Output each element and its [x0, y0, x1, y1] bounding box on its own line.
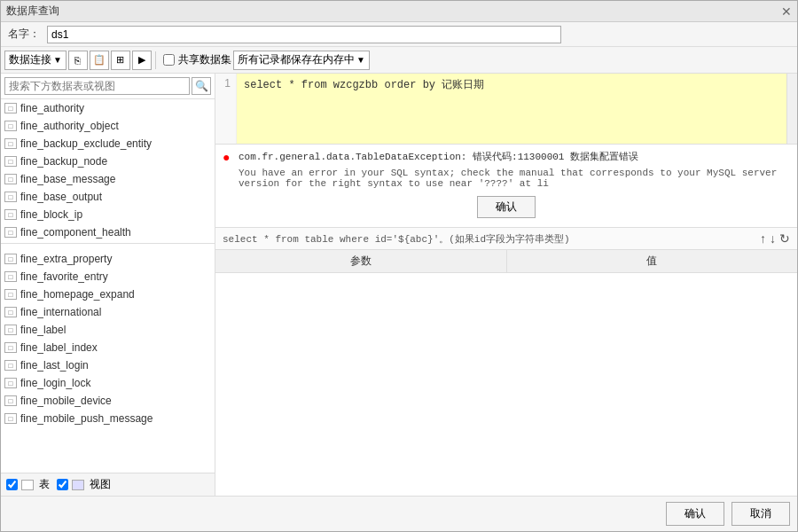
datasource-label: 数据连接 — [9, 52, 51, 67]
cancel-button[interactable]: 取消 — [732, 502, 790, 526]
table-icon: □ — [4, 378, 17, 388]
name-input[interactable] — [47, 26, 561, 43]
list-item[interactable]: □ fine_backup_node — [1, 153, 215, 170]
table-icon: □ — [4, 395, 17, 406]
item-label: fine_mobile_device — [20, 395, 112, 407]
list-item[interactable]: □ fine_base_message — [1, 170, 215, 188]
vertical-scrollbar[interactable] — [786, 74, 797, 144]
table-icon: □ — [4, 254, 17, 264]
list-item[interactable]: □ fine_block_ip — [1, 206, 215, 223]
run-button[interactable]: ▶ — [132, 51, 152, 70]
search-input[interactable] — [4, 77, 190, 95]
confirm-btn-area: 确认 — [223, 192, 790, 222]
table-icon: □ — [4, 138, 17, 149]
line-number: 1 — [221, 77, 231, 90]
sql-editor: 1 select * from wzcgzbb order by 记账日期 — [215, 74, 797, 145]
share-checkbox[interactable] — [163, 54, 175, 66]
item-label: fine_backup_exclude_entity — [20, 137, 152, 150]
table-icon: □ — [4, 413, 17, 424]
error-detail-text: You have an error in your SQL syntax; ch… — [239, 168, 790, 189]
list-item[interactable]: □ fine_base_output — [1, 188, 215, 206]
list-separator — [1, 243, 215, 248]
up-button[interactable]: ↑ — [760, 231, 766, 246]
item-label: fine_base_message — [20, 173, 115, 185]
table-icon: □ — [4, 156, 17, 167]
item-label: fine_favorite_entry — [20, 270, 108, 283]
item-label: fine_block_ip — [20, 208, 82, 221]
down-button[interactable]: ↓ — [770, 231, 776, 246]
error-icon2: ● — [223, 168, 235, 182]
list-item[interactable]: □ fine_mobile_push_message — [1, 410, 215, 427]
name-bar: 名字： — [1, 22, 797, 47]
split-area: 🔍 □ fine_authority □ fine_authority_obje… — [1, 74, 797, 496]
table-icon: □ — [4, 325, 17, 335]
list-item[interactable]: □ fine_homepage_expand — [1, 286, 215, 303]
error-panel: ● com.fr.general.data.TableDataException… — [215, 145, 797, 228]
main-content: 数据连接 ▼ ⎘ 📋 ⊞ ▶ 共享数据集 所有记录都保存在内存中 ▼ — [1, 47, 797, 496]
view-type-icon — [72, 480, 84, 490]
list-item[interactable]: □ fine_international — [1, 303, 215, 321]
list-item[interactable]: □ fine_extra_property — [1, 250, 215, 268]
toolbar: 数据连接 ▼ ⎘ 📋 ⊞ ▶ 共享数据集 所有记录都保存在内存中 ▼ — [1, 47, 797, 74]
search-button[interactable]: 🔍 — [192, 77, 211, 95]
list-item[interactable]: □ fine_label_index — [1, 339, 215, 356]
list-item[interactable]: □ fine_mobile_device — [1, 392, 215, 410]
confirm-button[interactable]: 确认 — [666, 502, 724, 526]
table-checkbox[interactable] — [6, 479, 18, 490]
sql-content[interactable]: select * from wzcgzbb order by 记账日期 — [237, 74, 786, 144]
table-label: 表 — [39, 477, 50, 492]
item-label: fine_homepage_expand — [20, 288, 135, 301]
item-label: fine_authority — [20, 102, 84, 114]
chevron-down-icon: ▼ — [53, 55, 62, 65]
error-confirm-button[interactable]: 确认 — [477, 196, 536, 218]
share-label: 共享数据集 — [178, 52, 231, 67]
table-icon: □ — [4, 174, 17, 184]
chevron-down-icon2: ▼ — [356, 55, 365, 65]
error-icon: ● — [223, 150, 235, 164]
item-label: fine_extra_property — [20, 253, 112, 265]
footer: 确认 取消 — [1, 496, 797, 531]
records-dropdown[interactable]: 所有记录都保存在内存中 ▼ — [233, 51, 370, 70]
sidebar: 🔍 □ fine_authority □ fine_authority_obje… — [1, 74, 215, 496]
list-item[interactable]: □ fine_authority_object — [1, 117, 215, 135]
main-window: 数据库查询 ✕ 名字： 数据连接 ▼ ⎘ 📋 ⊞ ▶ 共享数据集 所有记录都保存… — [0, 0, 798, 532]
window-title: 数据库查询 — [6, 4, 59, 19]
list-item[interactable]: □ fine_label — [1, 321, 215, 339]
right-panel: 1 select * from wzcgzbb order by 记账日期 ● … — [215, 74, 797, 496]
format-button[interactable]: ⊞ — [111, 51, 130, 70]
sidebar-bottom: 表 视图 — [1, 473, 215, 496]
table-icon: □ — [4, 103, 17, 113]
list-item[interactable]: □ fine_backup_exclude_entity — [1, 135, 215, 153]
table-icon: □ — [4, 307, 17, 317]
copy-button[interactable]: ⎘ — [68, 51, 88, 70]
close-button[interactable]: ✕ — [781, 4, 792, 19]
param-table: 参数 值 — [215, 250, 797, 496]
list-item[interactable]: □ fine_login_lock — [1, 374, 215, 392]
refresh-button[interactable]: ↻ — [779, 231, 790, 246]
item-label: fine_authority_object — [20, 120, 119, 132]
value-col-header: 值 — [507, 250, 798, 272]
bottom-toolbar: select * from table where id='${abc}'。(如… — [215, 228, 797, 250]
name-label: 名字： — [8, 27, 40, 42]
table-icon: □ — [4, 209, 17, 220]
item-label: fine_component_health — [20, 226, 131, 239]
list-item[interactable]: □ fine_last_login — [1, 356, 215, 374]
tree-list: □ fine_authority □ fine_authority_object… — [1, 99, 215, 473]
error-exception-text: com.fr.general.data.TableDataException: … — [239, 150, 638, 163]
list-item[interactable]: □ fine_authority — [1, 99, 215, 117]
param-table-header: 参数 值 — [215, 250, 797, 273]
separator — [155, 51, 156, 69]
datasource-dropdown[interactable]: 数据连接 ▼ — [4, 51, 66, 70]
error-row-1: ● com.fr.general.data.TableDataException… — [223, 150, 790, 164]
list-item[interactable]: □ fine_component_health — [1, 223, 215, 241]
nav-buttons: ↑ ↓ ↻ — [760, 231, 790, 246]
view-checkbox[interactable] — [57, 479, 68, 490]
list-item[interactable]: □ fine_favorite_entry — [1, 268, 215, 286]
sql-hint: select * from table where id='${abc}'。(如… — [223, 232, 760, 246]
param-col-header: 参数 — [215, 250, 507, 272]
bottom-panel: select * from table where id='${abc}'。(如… — [215, 228, 797, 496]
table-icon: □ — [4, 227, 17, 238]
view-checkbox-area: 视图 — [57, 477, 111, 492]
title-bar: 数据库查询 ✕ — [1, 1, 797, 22]
paste-button[interactable]: 📋 — [90, 51, 109, 70]
